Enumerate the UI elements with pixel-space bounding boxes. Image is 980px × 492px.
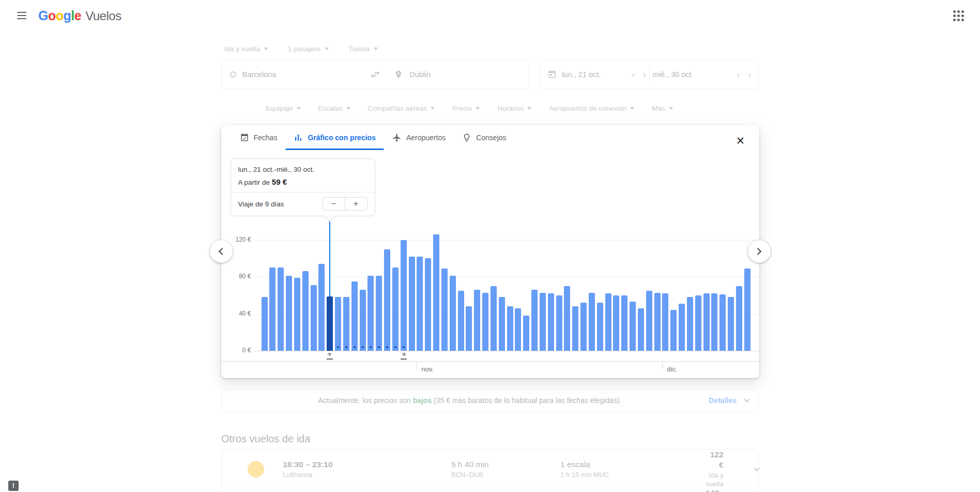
price-bar[interactable] xyxy=(450,276,456,351)
filter-chip-compañías-aéreas[interactable]: Compañías aéreas xyxy=(368,105,435,112)
price-bar[interactable] xyxy=(744,269,751,351)
price-bar[interactable] xyxy=(278,267,284,351)
caret-down-icon xyxy=(630,107,634,110)
price-bar[interactable] xyxy=(360,290,366,351)
details-link[interactable]: Detalles xyxy=(709,396,737,405)
trip-type-select[interactable]: Ida y vuelta xyxy=(224,45,268,53)
return-date-next-icon[interactable]: › xyxy=(748,70,751,79)
price-bar[interactable] xyxy=(572,306,578,351)
tooltip-price-line: A partir de 59 € xyxy=(238,175,368,189)
filter-chip-equipaje[interactable]: Equipaje xyxy=(266,105,301,112)
depart-date-next-icon[interactable]: › xyxy=(643,70,646,79)
price-bar[interactable] xyxy=(441,269,448,351)
price-bar[interactable] xyxy=(302,271,309,351)
price-bar[interactable] xyxy=(458,291,464,351)
price-bar[interactable] xyxy=(621,295,627,351)
depart-date-field[interactable]: lun., 21 oct. ‹ › xyxy=(547,70,646,79)
price-bar[interactable] xyxy=(262,297,268,351)
price-bar[interactable] xyxy=(376,276,382,351)
price-bar[interactable] xyxy=(613,295,619,351)
price-bar[interactable] xyxy=(318,264,325,351)
price-bar[interactable] xyxy=(548,293,554,351)
decrease-trip-length-button[interactable]: − xyxy=(323,197,345,211)
next-dates-button[interactable] xyxy=(748,240,771,263)
swap-airports-icon[interactable] xyxy=(365,69,386,80)
price-bar[interactable] xyxy=(269,267,275,351)
price-bar[interactable] xyxy=(638,308,644,351)
price-bar[interactable] xyxy=(515,308,521,351)
tab-aeropuertos[interactable]: Aeropuertos xyxy=(384,125,454,150)
filter-chip-escalas[interactable]: Escalas xyxy=(318,105,350,112)
price-bar[interactable] xyxy=(540,293,546,351)
feedback-icon[interactable]: ! xyxy=(8,481,19,491)
tab-fechas[interactable]: Fechas xyxy=(232,125,286,150)
price-bar[interactable] xyxy=(491,286,497,351)
price-bar[interactable] xyxy=(589,293,595,351)
passengers-select[interactable]: 1 pasajero xyxy=(288,45,329,53)
price-bar[interactable] xyxy=(662,293,668,351)
price-bar[interactable] xyxy=(564,286,570,351)
filter-chip-más[interactable]: Más xyxy=(652,105,673,112)
price-bar[interactable] xyxy=(670,310,677,351)
price-bar[interactable] xyxy=(311,285,317,351)
price-bar[interactable] xyxy=(580,303,587,351)
price-bar[interactable] xyxy=(392,267,399,351)
price-bar[interactable] xyxy=(523,316,529,351)
price-bar[interactable] xyxy=(368,276,374,351)
price-bar[interactable] xyxy=(687,297,693,351)
logo-letter: o xyxy=(48,8,56,23)
depart-date-prev-icon[interactable]: ‹ xyxy=(632,70,635,79)
price-bar[interactable] xyxy=(605,293,611,351)
price-bar[interactable] xyxy=(417,257,423,351)
filter-chip-horarios[interactable]: Horarios xyxy=(497,105,531,112)
hamburger-menu-icon[interactable] xyxy=(11,5,32,26)
price-bar[interactable] xyxy=(711,293,717,351)
chevron-down-icon[interactable] xyxy=(744,396,749,402)
previous-dates-button[interactable] xyxy=(210,240,233,263)
price-bar[interactable] xyxy=(466,306,472,351)
flight-row[interactable]: 22:00 – 0:40+12 h 40 minDirecto143 € xyxy=(222,484,758,492)
cabin-class-select[interactable]: Turista xyxy=(348,45,378,53)
price-bar[interactable] xyxy=(433,234,439,351)
price-bar[interactable] xyxy=(351,281,358,351)
price-bar[interactable] xyxy=(695,295,701,351)
price-bar[interactable] xyxy=(703,293,710,351)
selected-price-bar[interactable] xyxy=(327,296,333,351)
price-bar[interactable] xyxy=(630,302,636,351)
price-bar[interactable] xyxy=(507,306,513,351)
price-bar[interactable] xyxy=(425,258,431,351)
return-date-field[interactable]: mié., 30 oct. ‹ › xyxy=(653,70,751,79)
price-bar[interactable] xyxy=(654,293,661,351)
price-bar[interactable] xyxy=(409,257,415,351)
tab-gráfico-con-precios[interactable]: Gráfico con precios xyxy=(285,125,384,150)
price-bar[interactable] xyxy=(646,291,652,351)
date-range-dot xyxy=(362,346,364,348)
price-bar[interactable] xyxy=(482,293,488,351)
flight-row[interactable]: 18:30 – 23:10Lufthansa5 h 40 minBCN–DUB1… xyxy=(222,450,758,484)
filter-chip-aeropuertos-de-conexión[interactable]: Aeropuertos de conexión xyxy=(549,105,634,112)
price-bar[interactable] xyxy=(679,304,685,351)
price-bar[interactable] xyxy=(728,297,734,351)
tab-consejos[interactable]: Consejos xyxy=(454,125,514,150)
return-date-prev-icon[interactable]: ‹ xyxy=(737,70,740,79)
destination-field[interactable]: Dublin xyxy=(386,70,529,79)
price-bar[interactable] xyxy=(286,276,292,351)
price-bar[interactable] xyxy=(343,297,349,351)
price-bar[interactable] xyxy=(474,290,480,351)
price-bar[interactable] xyxy=(736,286,742,351)
price-bar[interactable] xyxy=(401,240,407,351)
price-bar[interactable] xyxy=(499,297,505,351)
price-bar[interactable] xyxy=(294,278,300,351)
price-bar[interactable] xyxy=(556,295,562,351)
price-bar[interactable] xyxy=(531,290,538,351)
price-bar[interactable] xyxy=(384,249,390,351)
filter-chip-precio[interactable]: Precio xyxy=(452,105,480,112)
price-bar[interactable] xyxy=(719,294,726,351)
expand-flight-button[interactable] xyxy=(742,468,771,470)
increase-trip-length-button[interactable]: + xyxy=(345,197,368,211)
price-bar[interactable] xyxy=(335,297,341,351)
price-bar[interactable] xyxy=(597,303,603,351)
close-icon[interactable]: × xyxy=(731,131,750,150)
google-apps-grid-icon[interactable] xyxy=(948,5,969,26)
origin-field[interactable]: Barcelona xyxy=(222,70,365,79)
